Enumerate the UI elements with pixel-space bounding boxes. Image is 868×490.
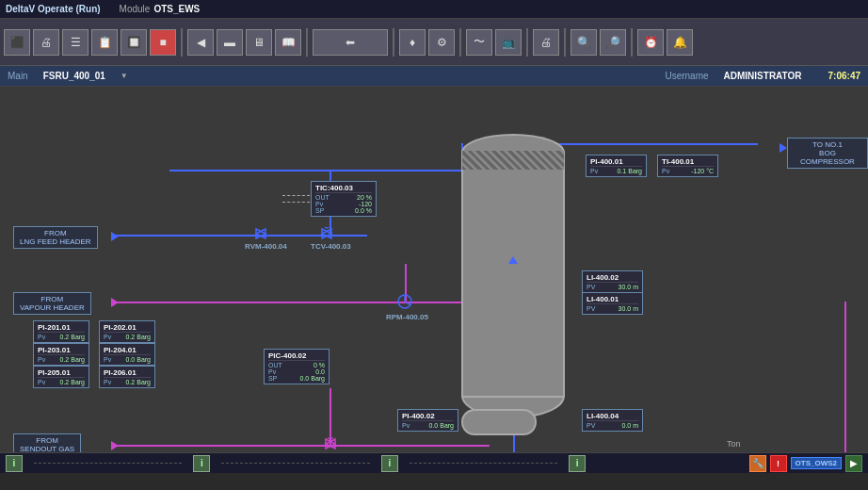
tag-pi-202-01[interactable]: PI-202.01 Pv0.2 Barg xyxy=(99,320,155,343)
info-btn-3[interactable]: i xyxy=(381,455,398,472)
tb-btn-5[interactable]: 🔲 xyxy=(121,29,147,56)
tb-btn-2[interactable]: 🖨 xyxy=(33,29,59,56)
info-btn-1[interactable]: i xyxy=(6,455,23,472)
label-rpm: RPM-400.05 xyxy=(386,313,428,321)
tb-btn-10[interactable]: 📖 xyxy=(275,29,301,56)
username-value: ADMINISTRATOR xyxy=(724,71,802,81)
tb-btn-14[interactable]: 〜 xyxy=(466,29,492,56)
label-tcv: TCV-400.03 xyxy=(311,242,351,251)
vessel-hatch xyxy=(462,151,564,170)
time-display: 7:06:47 xyxy=(828,71,860,81)
status-alarm[interactable]: ! xyxy=(770,455,787,472)
svg-line-8 xyxy=(405,302,410,305)
tb-btn-13[interactable]: ⚙ xyxy=(428,29,455,56)
tag-li-400-02[interactable]: LI-400.02 PV30.0 m xyxy=(582,270,643,293)
tag-pi-400-01[interactable]: PI-400.01 Pv0.1 Barg xyxy=(586,155,647,177)
label-to-no1-bog: TO NO.1 BOG COMPRESSOR xyxy=(787,138,868,169)
label-from-vapour: FROM VAPOUR HEADER xyxy=(13,292,91,315)
tb-btn-1[interactable]: ⬛ xyxy=(4,29,30,56)
status-icon-1[interactable]: 🔧 xyxy=(749,455,766,472)
tb-btn-7[interactable]: ◀ xyxy=(187,29,214,56)
module-value: OTS_EWS xyxy=(153,4,200,14)
tb-btn-20[interactable]: 🔔 xyxy=(667,29,693,56)
label-from-sendout: FROM SENDOUT GAS xyxy=(13,433,81,452)
tag-pi-203-01[interactable]: PI-203.01 Pv0.2 Barg xyxy=(33,343,89,366)
module-label: Module xyxy=(120,4,151,14)
pipe-sendout-h xyxy=(113,445,490,447)
small-vessel xyxy=(461,409,537,435)
tb-btn-16[interactable]: 🖨 xyxy=(533,29,559,56)
tb-btn-4[interactable]: 📋 xyxy=(91,29,118,56)
vessel-flow-arrow xyxy=(508,256,518,264)
header-bar: Main FSRU_400_01 ▼ Username ADMINISTRATO… xyxy=(0,66,868,87)
pump-rpm-400-05[interactable] xyxy=(396,293,413,310)
title-bar: DeltaV Operate (Run) Module OTS_EWS xyxy=(0,0,868,19)
tag-pi-400-02[interactable]: PI-400.02 Pv0.0 Barg xyxy=(397,409,458,432)
tb-btn-17[interactable]: 🔍 xyxy=(571,29,597,56)
fsru-value: FSRU_400_01 xyxy=(43,71,105,81)
tag-pic-400-02[interactable]: PIC-400.02 OUT0 % Pv0.0 SP0.0 Barg xyxy=(264,349,330,384)
arrow-to-bog xyxy=(780,143,787,153)
status-right-area: 🔧 ! OTS_OWS2 ▶ xyxy=(749,455,862,472)
info-btn-4[interactable]: i xyxy=(569,455,586,472)
process-area: RVM-400.04 TCV-400.03 RPM-400.05 PCV-400… xyxy=(0,87,868,452)
sep-1 xyxy=(181,28,183,57)
status-icon-2[interactable]: ▶ xyxy=(845,455,862,472)
label-from-lng-feed: FROM LNG FEED HEADER xyxy=(13,226,98,249)
arrow-vapour xyxy=(111,298,119,307)
tag-pi-204-01[interactable]: PI-204.01 Pv0.0 Barg xyxy=(99,343,155,366)
tag-pi-205-01[interactable]: PI-205.01 Pv0.2 Barg xyxy=(33,366,89,388)
tag-tic-400-03[interactable]: TIC:400.03 OUT20 % Pv-120 SP0.0 % xyxy=(311,181,377,217)
tag-li-400-01[interactable]: LI-400.01 PV30.0 m xyxy=(582,292,643,315)
toolbar: ⬛ 🖨 ☰ 📋 🔲 ■ ◀ ▬ 🖥 📖 ⬅ ♦ ⚙ 〜 📺 🖨 🔍 🔎 ⏰ 🔔 xyxy=(0,19,868,66)
arrow-sendout xyxy=(111,441,119,450)
pipe-v-bog-comp xyxy=(844,302,846,452)
sep-4 xyxy=(459,28,461,57)
fsru-dropdown[interactable]: ▼ xyxy=(121,72,128,80)
tb-btn-8[interactable]: ▬ xyxy=(217,29,243,56)
vessel-top-cap xyxy=(461,134,565,153)
tag-li-400-04[interactable]: LI-400.04 PV0.0 m xyxy=(582,409,643,432)
tb-btn-19[interactable]: ⏰ xyxy=(637,29,664,56)
sep-7 xyxy=(631,28,633,57)
info-btn-2[interactable]: i xyxy=(193,455,210,472)
software-title: DeltaV Operate (Run) xyxy=(6,4,101,14)
pipe-top-main xyxy=(169,170,461,172)
valve-rvm-400-04[interactable] xyxy=(254,227,267,240)
main-label: Main xyxy=(8,71,28,81)
tag-pi-201-01[interactable]: PI-201.01 Pv0.2 Barg xyxy=(33,320,89,343)
tb-btn-15[interactable]: 📺 xyxy=(495,29,522,56)
sep-2 xyxy=(306,28,308,57)
valve-tcv-400-03[interactable] xyxy=(320,227,333,240)
arrow-lng-feed xyxy=(111,232,119,241)
tb-btn-11[interactable]: ⬅ xyxy=(313,29,388,56)
tb-btn-9[interactable]: 🖥 xyxy=(246,29,272,56)
tag-ti-400-01[interactable]: TI-400.01 Pv-120 °C xyxy=(657,155,718,177)
sep-3 xyxy=(393,28,394,57)
vessel-body xyxy=(461,151,565,398)
tb-btn-6[interactable]: ■ xyxy=(150,29,176,56)
sep-5 xyxy=(526,28,528,57)
tb-btn-18[interactable]: 🔎 xyxy=(600,29,626,56)
valve-pcv-400-02[interactable] xyxy=(324,437,337,450)
status-bar: i i i i 🔧 ! OTS_OWS2 ▶ xyxy=(0,452,868,473)
status-ows[interactable]: OTS_OWS2 xyxy=(791,457,842,469)
pipe-vapour xyxy=(113,302,471,303)
label-rvm: RVM-400.04 xyxy=(245,242,287,251)
tag-pi-206-01[interactable]: PI-206.01 Pv0.2 Barg xyxy=(99,366,155,388)
tb-btn-3[interactable]: ☰ xyxy=(62,29,88,56)
tb-btn-12[interactable]: ♦ xyxy=(399,29,426,56)
username-label: Username xyxy=(665,71,708,81)
sep-6 xyxy=(564,28,566,57)
ton-label: Ton xyxy=(727,439,741,449)
